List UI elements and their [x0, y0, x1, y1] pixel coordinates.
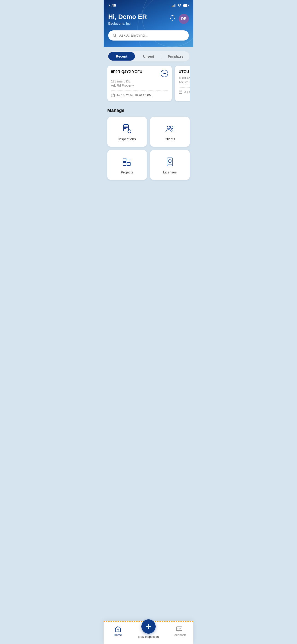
status-icons [172, 4, 189, 7]
search-input[interactable] [119, 34, 185, 38]
company-text: Esolutions, Inc [108, 22, 147, 25]
card-1-menu-button[interactable] [161, 70, 168, 77]
svg-rect-11 [179, 91, 182, 94]
bottom-spacer [107, 186, 190, 213]
svg-rect-21 [127, 162, 130, 166]
manage-label-licenses: Licenses [163, 170, 176, 174]
card-1-divider [111, 90, 168, 91]
svg-rect-4 [183, 4, 188, 7]
svg-rect-5 [183, 4, 187, 7]
card-2-address: 1800 Ark Road, NJ [179, 76, 190, 80]
signal-icon [172, 4, 176, 7]
inspections-icon [122, 124, 132, 134]
inspection-cards-scroll: 9P9R-Q4Y2-YGFU 123 main, DE Ark Rd Prope… [107, 66, 190, 102]
manage-grid: Inspections Clients [107, 117, 190, 180]
svg-rect-23 [167, 158, 173, 166]
svg-point-18 [170, 126, 173, 129]
svg-rect-0 [172, 6, 172, 7]
card-2-date-text: Jul 10, 2024, 10:21:26 PM [184, 90, 190, 94]
card-1-date: Jul 10, 2024, 10:26:15 PM [111, 94, 168, 97]
more-dots-icon [162, 72, 166, 75]
svg-rect-1 [173, 5, 174, 7]
svg-point-7 [163, 73, 164, 74]
calendar-icon-2 [179, 90, 182, 94]
svg-rect-3 [175, 4, 176, 7]
svg-rect-10 [111, 94, 114, 97]
tab-unsent[interactable]: Unsent [135, 52, 162, 60]
card-1-header: 9P9R-Q4Y2-YGFU [111, 70, 168, 77]
clients-icon [165, 124, 175, 134]
card-2-property: Ark Rd Property [179, 80, 190, 84]
main-content: Recent Unsent Templates 9P9R-Q4Y2-YGFU 1… [104, 47, 194, 213]
card-1-property: Ark Rd Property [111, 84, 168, 87]
svg-point-8 [164, 73, 165, 74]
notification-bell-button[interactable] [170, 15, 176, 23]
licenses-icon [165, 157, 175, 167]
card-2-id: UTGU-H63W-DUUP [179, 70, 190, 74]
tab-recent[interactable]: Recent [108, 52, 135, 60]
card-1-address: 123 main, DE [111, 80, 168, 83]
avatar[interactable]: DE [179, 14, 189, 24]
manage-label-clients: Clients [164, 137, 175, 141]
header-actions: DE [170, 14, 189, 24]
greeting-text: Hi, Demo ER [108, 13, 147, 21]
card-2-date: Jul 10, 2024, 10:21:26 PM [179, 90, 190, 94]
bell-icon [170, 15, 176, 22]
calendar-icon [111, 94, 115, 97]
manage-label-projects: Projects [121, 170, 133, 174]
svg-rect-2 [174, 4, 174, 7]
projects-icon [122, 157, 132, 167]
manage-card-inspections[interactable]: Inspections [107, 117, 147, 147]
tabs-container: Recent Unsent Templates [107, 51, 190, 62]
battery-icon [183, 4, 189, 7]
wifi-icon [177, 4, 182, 7]
svg-point-17 [167, 126, 170, 129]
manage-section: Manage Inspections [107, 108, 190, 180]
greeting-section: Hi, Demo ER Esolutions, Inc [108, 13, 147, 25]
svg-rect-19 [123, 158, 126, 162]
card-1-date-text: Jul 10, 2024, 10:26:15 PM [116, 94, 152, 97]
inspection-card-2[interactable]: UTGU-H63W-DUUP 1800 Ark Road, NJ Ark Rd … [175, 66, 190, 101]
card-1-id: 9P9R-Q4Y2-YGFU [111, 70, 142, 74]
manage-card-licenses[interactable]: Licenses [150, 150, 190, 180]
manage-card-clients[interactable]: Clients [150, 117, 190, 147]
card-2-divider [179, 87, 190, 88]
header-content: Hi, Demo ER Esolutions, Inc DE [104, 9, 194, 47]
search-icon [112, 33, 117, 38]
card-2-header: UTGU-H63W-DUUP [179, 70, 190, 74]
svg-rect-20 [123, 162, 126, 166]
svg-rect-12 [124, 124, 128, 131]
status-time: 7:46 [108, 3, 116, 8]
tab-templates[interactable]: Templates [162, 52, 189, 60]
manage-card-projects[interactable]: Projects [107, 150, 147, 180]
search-bar[interactable] [108, 30, 189, 40]
svg-point-24 [168, 160, 171, 162]
svg-point-9 [165, 73, 166, 74]
manage-label-inspections: Inspections [118, 137, 136, 141]
status-bar: 7:46 [104, 0, 194, 9]
inspection-card-1[interactable]: 9P9R-Q4Y2-YGFU 123 main, DE Ark Rd Prope… [107, 66, 172, 101]
manage-title: Manage [107, 108, 190, 113]
